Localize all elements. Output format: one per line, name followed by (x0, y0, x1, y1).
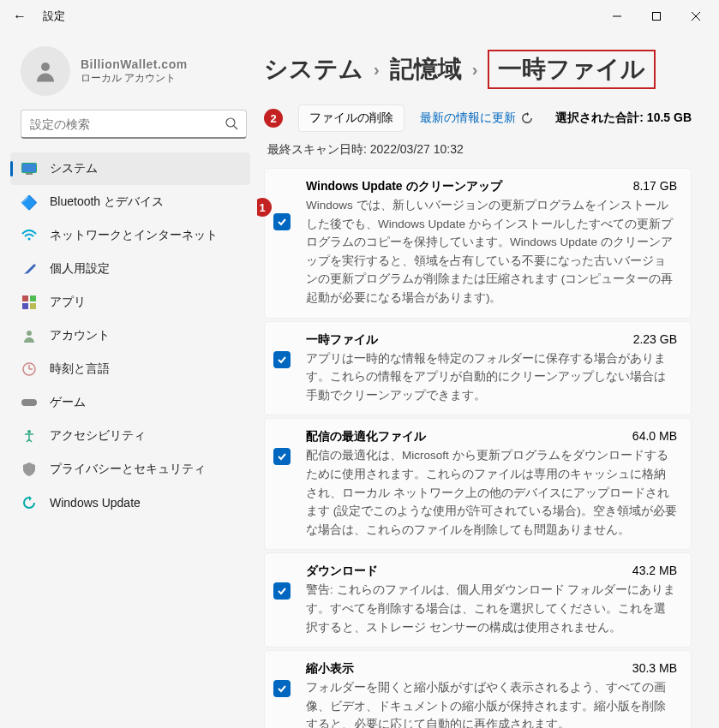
sidebar-item-privacy[interactable]: プライバシーとセキュリティ (10, 453, 250, 486)
item-size: 2.23 GB (633, 332, 677, 346)
nav-label: 個人用設定 (50, 261, 110, 277)
nav-label: ネットワークとインターネット (50, 228, 218, 243)
item-title: 縮小表示 (306, 661, 354, 677)
checkmark-icon (277, 355, 287, 365)
item-description: Windows では、新しいバージョンの更新プログラムをインストールした後でも、… (306, 196, 677, 307)
clock-icon (21, 361, 38, 378)
item-description: 配信の最適化は、Microsoft から更新プログラムをダウンロードするために使… (306, 446, 677, 539)
delete-files-button[interactable]: ファイルの削除 (298, 104, 404, 132)
item-title: Windows Update のクリーンアップ (306, 179, 502, 194)
close-button[interactable] (676, 0, 716, 33)
sidebar-item-gaming[interactable]: ゲーム (10, 386, 250, 419)
item-title: 一時ファイル (306, 332, 378, 348)
refresh-label: 最新の情報に更新 (420, 110, 516, 126)
apps-icon (21, 294, 38, 311)
nav-label: Windows Update (50, 496, 141, 510)
checkmark-icon (277, 586, 287, 596)
svg-line-6 (234, 126, 237, 129)
user-block[interactable]: BillionWallet.com ローカル アカウント (10, 39, 257, 110)
user-name: BillionWallet.com (81, 57, 188, 71)
svg-rect-18 (21, 399, 37, 406)
refresh-icon (521, 112, 533, 124)
breadcrumb-storage[interactable]: 記憶域 (390, 53, 462, 86)
last-scan-time: 最終スキャン日時: 2022/03/27 10:32 (264, 142, 692, 158)
annotation-marker-2: 2 (264, 109, 283, 128)
breadcrumb: システム › 記憶域 › 一時ファイル (264, 50, 692, 89)
sidebar-item-accounts[interactable]: アカウント (10, 319, 250, 352)
svg-rect-7 (22, 164, 37, 173)
cleanup-item: ダウンロード43.2 MB警告: これらのファイルは、個人用ダウンロード フォル… (264, 552, 692, 647)
item-checkbox[interactable] (273, 213, 291, 230)
sidebar-item-system[interactable]: システム (10, 152, 250, 185)
search-input[interactable] (21, 110, 247, 139)
item-checkbox[interactable] (273, 582, 291, 600)
system-icon (21, 160, 38, 177)
item-title: 配信の最適化ファイル (306, 429, 426, 445)
sidebar-item-network[interactable]: ネットワークとインターネット (10, 219, 250, 252)
annotation-marker-1: 1 (257, 198, 272, 217)
svg-rect-1 (653, 13, 661, 21)
item-size: 43.2 MB (632, 564, 677, 577)
cleanup-item: 一時ファイル2.23 GBアプリは一時的な情報を特定のフォルダーに保存する場合が… (264, 321, 692, 416)
item-size: 64.0 MB (632, 429, 677, 443)
sidebar-item-apps[interactable]: アプリ (10, 286, 250, 319)
svg-point-19 (27, 430, 31, 433)
item-title: ダウンロード (306, 564, 378, 579)
nav-label: アプリ (50, 295, 86, 310)
svg-rect-8 (26, 173, 33, 175)
checkmark-icon (277, 451, 287, 462)
item-checkbox[interactable] (273, 448, 291, 465)
account-icon (21, 327, 38, 344)
svg-point-4 (41, 63, 50, 71)
nav-label: アカウント (50, 328, 110, 343)
svg-point-9 (28, 238, 31, 241)
nav-label: Bluetooth とデバイス (50, 194, 164, 210)
shield-icon (21, 461, 38, 478)
item-size: 30.3 MB (632, 661, 677, 675)
close-icon (692, 12, 700, 21)
back-button[interactable]: ← (3, 0, 36, 33)
nav-list: システム 🔷 Bluetooth とデバイス ネットワークとインターネット 個人… (10, 152, 257, 519)
item-checkbox[interactable] (273, 351, 291, 368)
search-icon (225, 116, 238, 133)
minimize-icon (613, 12, 621, 21)
item-description: 警告: これらのファイルは、個人用ダウンロード フォルダーにあります。すべてを削… (306, 581, 677, 636)
minimize-button[interactable] (597, 0, 637, 33)
selected-total: 選択された合計: 10.5 GB (555, 110, 692, 126)
avatar (21, 46, 70, 96)
checkmark-icon (277, 683, 287, 694)
update-icon (21, 494, 38, 511)
maximize-button[interactable] (637, 0, 676, 33)
breadcrumb-current: 一時ファイル (488, 50, 656, 89)
nav-label: システム (50, 161, 98, 176)
maximize-icon (652, 12, 661, 21)
brush-icon (21, 260, 38, 277)
sidebar-item-time-language[interactable]: 時刻と言語 (10, 353, 250, 385)
nav-label: 時刻と言語 (50, 361, 110, 377)
cleanup-item: 配信の最適化ファイル64.0 MB配信の最適化は、Microsoft から更新プ… (264, 418, 692, 550)
item-description: フォルダーを開くと縮小版がすばやく表示されるよう、すべての画像、ビデオ、ドキュメ… (306, 678, 677, 728)
bluetooth-icon: 🔷 (21, 194, 38, 211)
svg-point-5 (226, 118, 235, 127)
svg-rect-13 (30, 303, 36, 309)
sidebar-item-accessibility[interactable]: アクセシビリティ (10, 420, 250, 452)
chevron-right-icon: › (374, 60, 380, 80)
sidebar-item-personalization[interactable]: 個人用設定 (10, 253, 250, 285)
nav-label: プライバシーとセキュリティ (50, 462, 206, 477)
item-size: 8.17 GB (633, 179, 677, 193)
svg-rect-12 (22, 303, 28, 309)
breadcrumb-system[interactable]: システム (264, 53, 363, 86)
checkmark-icon (277, 217, 287, 227)
sidebar-item-windows-update[interactable]: Windows Update (10, 486, 250, 519)
item-checkbox[interactable] (273, 680, 291, 697)
accessibility-icon (21, 427, 38, 445)
person-icon (33, 58, 58, 84)
user-account-type: ローカル アカウント (81, 71, 188, 86)
svg-rect-10 (22, 295, 28, 301)
svg-point-14 (27, 331, 32, 336)
cleanup-item: 縮小表示30.3 MBフォルダーを開くと縮小版がすばやく表示されるよう、すべての… (264, 650, 692, 728)
nav-label: ゲーム (50, 395, 86, 410)
window-title: 設定 (43, 9, 65, 24)
sidebar-item-bluetooth[interactable]: 🔷 Bluetooth とデバイス (10, 186, 250, 218)
refresh-link[interactable]: 最新の情報に更新 (420, 110, 533, 126)
